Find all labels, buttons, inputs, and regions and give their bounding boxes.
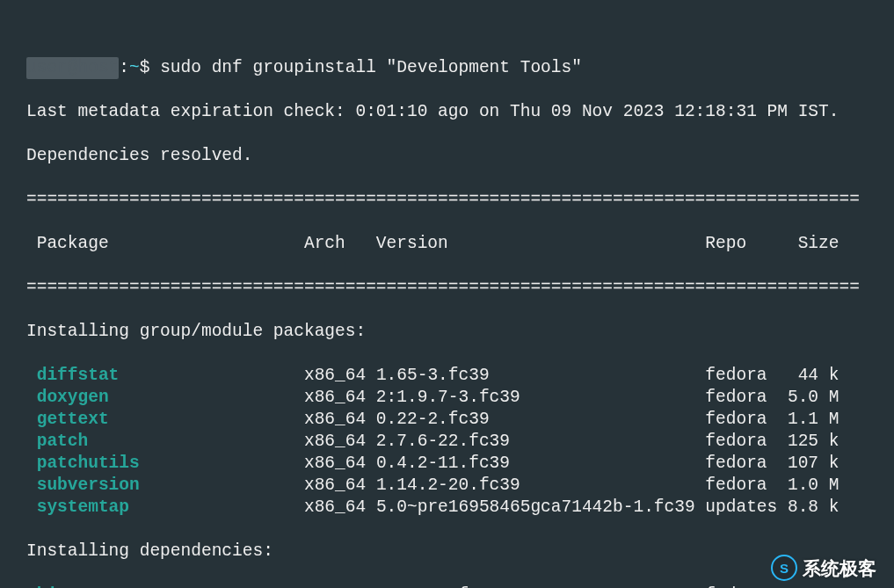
package-name: diffstat <box>37 366 120 385</box>
rule-bottom: ========================================… <box>26 277 894 299</box>
package-name: systemtap <box>37 497 129 517</box>
table-row: patchutils x86_64 0.4.2-11.fc39 fedora 1… <box>26 453 894 475</box>
deps-resolved-line: Dependencies resolved. <box>26 145 894 167</box>
table-row: subversion x86_64 1.14.2-20.fc39 fedora … <box>26 475 894 497</box>
meta-line: Last metadata expiration check: 0:01:10 … <box>26 101 894 123</box>
redacted-user-host: user@host <box>26 57 119 79</box>
package-name: patch <box>37 432 89 451</box>
table-row: doxygen x86_64 2:1.9.7-3.fc39 fedora 5.0… <box>26 387 894 409</box>
section-group: Installing group/module packages: <box>26 321 894 343</box>
table-row: gettext x86_64 0.22-2.fc39 fedora 1.1 M <box>26 409 894 431</box>
package-name: patchutils <box>37 454 140 473</box>
table-row: diffstat x86_64 1.65-3.fc39 fedora 44 k <box>26 365 894 387</box>
table-row: patch x86_64 2.7.6-22.fc39 fedora 125 k <box>26 431 894 453</box>
package-name: gettext <box>37 410 109 429</box>
cwd-tilde: ~ <box>129 58 140 77</box>
table-row: bison x86_64 3.8.2-5.fc39 fedora 1.0 M <box>26 584 894 588</box>
terminal-output[interactable]: user@host:~$ sudo dnf groupinstall "Deve… <box>0 0 894 588</box>
table-header: Package Arch Version Repo Size <box>26 233 894 255</box>
prompt-line: user@host:~$ sudo dnf groupinstall "Deve… <box>26 57 894 79</box>
section-deps: Installing dependencies: <box>26 541 894 563</box>
command-text: sudo dnf groupinstall "Development Tools… <box>160 58 582 77</box>
package-name: doxygen <box>37 388 109 407</box>
table-row: systemtap x86_64 5.0~pre16958465gca71442… <box>26 497 894 519</box>
rule-top: ========================================… <box>26 189 894 211</box>
package-name: subversion <box>37 475 140 495</box>
